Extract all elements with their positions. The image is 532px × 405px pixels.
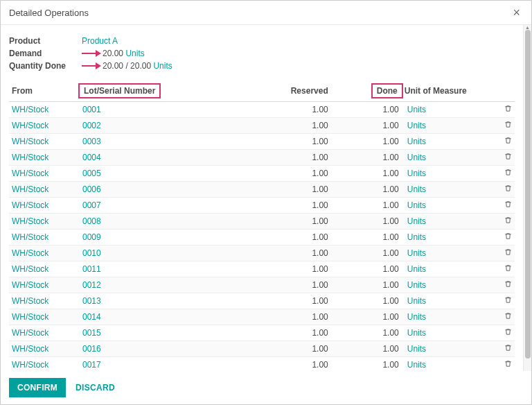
done-cell[interactable]: 1.00 bbox=[331, 261, 402, 277]
from-cell[interactable]: WH/Stock bbox=[12, 328, 48, 338]
done-cell[interactable]: 1.00 bbox=[331, 293, 402, 309]
table-row[interactable]: WH/Stock00131.001.00Units bbox=[9, 293, 515, 309]
table-row[interactable]: WH/Stock00171.001.00Units bbox=[9, 357, 515, 372]
lot-cell[interactable]: 0006 bbox=[82, 184, 101, 194]
lot-cell[interactable]: 0012 bbox=[82, 280, 101, 290]
uom-cell[interactable]: Units bbox=[407, 153, 426, 162]
trash-icon[interactable] bbox=[504, 312, 512, 320]
from-cell[interactable]: WH/Stock bbox=[12, 153, 48, 162]
done-cell[interactable]: 1.00 bbox=[331, 309, 402, 325]
qty-done-unit[interactable]: Units bbox=[153, 61, 172, 71]
close-icon[interactable]: × bbox=[510, 6, 523, 19]
done-cell[interactable]: 1.00 bbox=[331, 325, 402, 341]
lot-cell[interactable]: 0008 bbox=[82, 216, 101, 226]
trash-icon[interactable] bbox=[504, 328, 512, 336]
from-cell[interactable]: WH/Stock bbox=[12, 200, 48, 210]
table-row[interactable]: WH/Stock00091.001.00Units bbox=[9, 230, 515, 245]
lot-cell[interactable]: 0015 bbox=[82, 328, 101, 338]
product-link[interactable]: Product A bbox=[82, 36, 118, 46]
done-cell[interactable]: 1.00 bbox=[331, 166, 402, 182]
done-cell[interactable]: 1.00 bbox=[331, 198, 402, 214]
trash-icon[interactable] bbox=[504, 169, 512, 176]
lot-cell[interactable]: 0005 bbox=[82, 169, 101, 178]
done-cell[interactable]: 1.00 bbox=[331, 230, 402, 245]
lot-cell[interactable]: 0013 bbox=[82, 296, 101, 306]
trash-icon[interactable] bbox=[504, 184, 512, 192]
uom-cell[interactable]: Units bbox=[407, 200, 426, 210]
lot-cell[interactable]: 0011 bbox=[82, 264, 101, 274]
uom-cell[interactable]: Units bbox=[407, 105, 426, 114]
discard-button[interactable]: Discard bbox=[76, 383, 115, 393]
table-row[interactable]: WH/Stock00121.001.00Units bbox=[9, 277, 515, 293]
trash-icon[interactable] bbox=[504, 248, 512, 256]
uom-cell[interactable]: Units bbox=[407, 264, 426, 274]
trash-icon[interactable] bbox=[504, 137, 512, 144]
trash-icon[interactable] bbox=[504, 344, 512, 352]
trash-icon[interactable] bbox=[504, 232, 512, 240]
demand-unit[interactable]: Units bbox=[125, 49, 144, 58]
lot-cell[interactable]: 0004 bbox=[82, 153, 101, 162]
from-cell[interactable]: WH/Stock bbox=[12, 216, 48, 226]
from-cell[interactable]: WH/Stock bbox=[12, 312, 48, 322]
uom-cell[interactable]: Units bbox=[407, 184, 426, 194]
scroll-arrow-up-icon[interactable]: ▲ bbox=[524, 25, 531, 30]
from-cell[interactable]: WH/Stock bbox=[12, 344, 48, 354]
uom-cell[interactable]: Units bbox=[407, 312, 426, 322]
uom-cell[interactable]: Units bbox=[407, 296, 426, 306]
trash-icon[interactable] bbox=[504, 264, 512, 272]
uom-cell[interactable]: Units bbox=[407, 248, 426, 258]
trash-icon[interactable] bbox=[504, 360, 512, 368]
from-cell[interactable]: WH/Stock bbox=[12, 248, 48, 258]
lot-cell[interactable]: 0009 bbox=[82, 232, 101, 242]
table-row[interactable]: WH/Stock00031.001.00Units bbox=[9, 134, 515, 150]
uom-cell[interactable]: Units bbox=[407, 344, 426, 354]
lot-cell[interactable]: 0010 bbox=[82, 248, 101, 258]
lot-cell[interactable]: 0001 bbox=[82, 105, 101, 114]
from-cell[interactable]: WH/Stock bbox=[12, 360, 48, 370]
lot-cell[interactable]: 0017 bbox=[82, 360, 101, 370]
lot-cell[interactable]: 0003 bbox=[82, 137, 101, 146]
lot-cell[interactable]: 0007 bbox=[82, 200, 101, 210]
done-cell[interactable]: 1.00 bbox=[331, 214, 402, 230]
lot-cell[interactable]: 0014 bbox=[82, 312, 101, 322]
trash-icon[interactable] bbox=[504, 200, 512, 208]
lot-cell[interactable]: 0016 bbox=[82, 344, 101, 354]
uom-cell[interactable]: Units bbox=[407, 216, 426, 226]
table-row[interactable]: WH/Stock00011.001.00Units bbox=[9, 102, 515, 118]
table-row[interactable]: WH/Stock00041.001.00Units bbox=[9, 150, 515, 166]
confirm-button[interactable]: Confirm bbox=[9, 378, 66, 397]
table-row[interactable]: WH/Stock00061.001.00Units bbox=[9, 182, 515, 198]
done-cell[interactable]: 1.00 bbox=[331, 134, 402, 150]
done-cell[interactable]: 1.00 bbox=[331, 245, 402, 261]
table-row[interactable]: WH/Stock00151.001.00Units bbox=[9, 325, 515, 341]
from-cell[interactable]: WH/Stock bbox=[12, 232, 48, 242]
from-cell[interactable]: WH/Stock bbox=[12, 264, 48, 274]
table-row[interactable]: WH/Stock00081.001.00Units bbox=[9, 214, 515, 230]
table-row[interactable]: WH/Stock00101.001.00Units bbox=[9, 245, 515, 261]
lot-cell[interactable]: 0002 bbox=[82, 121, 101, 130]
trash-icon[interactable] bbox=[504, 105, 512, 112]
from-cell[interactable]: WH/Stock bbox=[12, 137, 48, 146]
trash-icon[interactable] bbox=[504, 216, 512, 224]
done-cell[interactable]: 1.00 bbox=[331, 150, 402, 166]
done-cell[interactable]: 1.00 bbox=[331, 102, 402, 118]
uom-cell[interactable]: Units bbox=[407, 137, 426, 146]
from-cell[interactable]: WH/Stock bbox=[12, 296, 48, 306]
scrollbar-track[interactable]: ▲ bbox=[523, 25, 531, 371]
done-cell[interactable]: 1.00 bbox=[331, 357, 402, 372]
scrollbar-thumb[interactable] bbox=[525, 30, 531, 359]
uom-cell[interactable]: Units bbox=[407, 232, 426, 242]
trash-icon[interactable] bbox=[504, 121, 512, 128]
table-row[interactable]: WH/Stock00111.001.00Units bbox=[9, 261, 515, 277]
from-cell[interactable]: WH/Stock bbox=[12, 121, 48, 130]
table-row[interactable]: WH/Stock00071.001.00Units bbox=[9, 198, 515, 214]
uom-cell[interactable]: Units bbox=[407, 169, 426, 178]
from-cell[interactable]: WH/Stock bbox=[12, 184, 48, 194]
uom-cell[interactable]: Units bbox=[407, 360, 426, 370]
from-cell[interactable]: WH/Stock bbox=[12, 105, 48, 114]
from-cell[interactable]: WH/Stock bbox=[12, 280, 48, 290]
table-row[interactable]: WH/Stock00021.001.00Units bbox=[9, 118, 515, 134]
uom-cell[interactable]: Units bbox=[407, 121, 426, 130]
done-cell[interactable]: 1.00 bbox=[331, 182, 402, 198]
table-row[interactable]: WH/Stock00161.001.00Units bbox=[9, 341, 515, 357]
